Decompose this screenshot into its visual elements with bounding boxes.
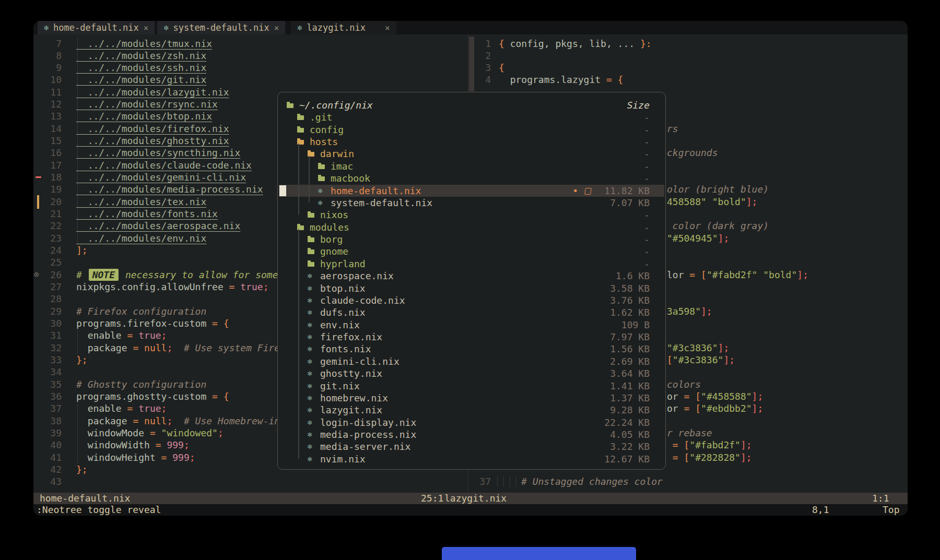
line-text: ../../modules/media-process.nix	[76, 183, 263, 195]
tree-item-name: homebrew.nix	[320, 392, 388, 404]
tree-row-folder[interactable]: gnome-	[279, 245, 664, 257]
git-modified-icon	[584, 188, 592, 195]
file-size: -	[644, 172, 650, 184]
line-number: 24	[33, 244, 62, 256]
file-size: 4.05 KB	[610, 428, 650, 440]
tree-row-file[interactable]: ✻home-default.nix•11.82 KB	[279, 185, 664, 197]
tree-row-file[interactable]: ✻nvim.nix12.67 KB	[279, 453, 664, 465]
line-text: ../../modules/firefox.nix	[76, 123, 229, 135]
file-size: -	[644, 124, 650, 136]
tree-row-file[interactable]: ✻media-server.nix3.22 KB	[279, 440, 664, 452]
tree-row-folder[interactable]: config-	[279, 124, 664, 136]
line-text: ../../modules/fonts.nix	[76, 208, 218, 220]
file-size: 1.37 KB	[610, 392, 650, 404]
tree-item-name: lazygit.nix	[320, 404, 382, 416]
line-text: programs.ghostty-custom = {	[76, 390, 229, 402]
code-fragment: olor (bright blue)	[667, 183, 769, 195]
close-icon[interactable]: ×	[144, 23, 149, 33]
tab-lazygit[interactable]: ✻ lazygit.nix ×	[291, 21, 396, 34]
tree-row-folder[interactable]: darwin-	[279, 148, 664, 160]
code-fragment: = ["#282828"];	[667, 451, 752, 463]
tree-row-file[interactable]: ✻firefox.nix7.97 KB	[279, 331, 664, 343]
tree-row-file[interactable]: ✻dufs.nix1.62 KB	[279, 306, 664, 318]
tree-row-file[interactable]: ✻login-display.nix22.24 KB	[279, 416, 664, 428]
tree-guide	[309, 156, 310, 202]
line-text: ../../modules/btop.nix	[76, 110, 212, 122]
line-number: 34	[33, 366, 62, 378]
desktop: ✻ home-default.nix × ✻ system-default.ni…	[0, 0, 940, 560]
tree-row-file[interactable]: ✻env.nix109 B	[279, 319, 664, 331]
tab-system-default[interactable]: ✻ system-default.nix ×	[157, 21, 285, 34]
tree-row-folder[interactable]: borg-	[279, 233, 664, 245]
tree-row-file[interactable]: ✻ghostty.nix3.64 KB	[279, 367, 664, 379]
size-column-header: Size	[627, 99, 650, 111]
tree-row-file[interactable]: ✻gemini-cli.nix2.69 KB	[279, 355, 664, 367]
close-icon[interactable]: ×	[385, 23, 390, 33]
nix-file-icon: ✻	[308, 306, 312, 318]
tree-row-folder[interactable]: nixos-	[279, 209, 664, 221]
tree-row-file[interactable]: ✻git.nix1.41 KB	[279, 380, 664, 392]
tree-row-folder[interactable]: macbook-	[279, 172, 664, 184]
close-icon[interactable]: ×	[274, 23, 279, 33]
file-size: 1.62 KB	[610, 306, 650, 318]
code-line[interactable]: 37# Unstagged changes color	[33, 475, 908, 487]
tree-row-folder[interactable]: imac-	[279, 160, 664, 172]
nix-snowflake-icon: ✻	[297, 23, 302, 32]
tree-row-folder[interactable]: .git-	[279, 111, 664, 123]
command-line[interactable]: :Neotree toggle reveal 8,1 Top	[33, 504, 908, 516]
indent-guide	[503, 476, 504, 487]
file-size: -	[644, 136, 650, 148]
tree-row-file[interactable]: ✻media-process.nix4.05 KB	[279, 428, 664, 440]
git-unstaged-dot-icon: •	[572, 185, 578, 197]
tree-row-file[interactable]: ✻homebrew.nix1.37 KB	[279, 392, 664, 404]
code-line[interactable]: 2	[33, 50, 908, 62]
file-size: 3.22 KB	[610, 440, 650, 452]
nix-file-icon: ✻	[318, 197, 322, 209]
tree-item-name: imac	[331, 160, 353, 172]
code-fragment: rs	[667, 123, 678, 135]
tree-row-folder[interactable]: hosts-	[279, 136, 664, 148]
tab-home-default[interactable]: ✻ home-default.nix ×	[38, 21, 155, 34]
code-line[interactable]: 3{	[33, 62, 908, 74]
buffer-tabbar: ✻ home-default.nix × ✻ system-default.ni…	[33, 21, 908, 34]
tree-row-file[interactable]: ✻claude-code.nix3.76 KB	[279, 294, 664, 306]
line-number: 41	[33, 451, 62, 463]
code-fragment: "#3c3836"];	[667, 342, 729, 354]
code-fragment: "#504945"];	[667, 232, 729, 244]
file-size: -	[644, 160, 650, 172]
line-text: ../../modules/tex.nix	[76, 196, 206, 208]
tree-row-file[interactable]: ✻fonts.nix1.56 KB	[279, 343, 664, 355]
file-size: -	[644, 148, 650, 160]
tree-row-file[interactable]: ✻aerospace.nix1.6 KB	[279, 270, 664, 282]
todo-sign-icon: ⊙	[34, 270, 42, 279]
code-fragment: or = ["#ebdbb2"];	[667, 402, 763, 414]
tab-label: system-default.nix	[173, 22, 269, 33]
line-text: package = null; # Use system Firefox	[76, 342, 297, 354]
tree-item-name: firefox.nix	[320, 331, 382, 343]
tree-guide	[298, 229, 299, 459]
line-number: 25	[33, 256, 62, 268]
statusline-right-position: 1:1	[872, 493, 889, 504]
file-size: 1.6 KB	[616, 270, 650, 282]
tree-item-name: fonts.nix	[320, 343, 371, 355]
indent-guide	[516, 476, 516, 487]
code-line[interactable]: 4 programs.lazygit = {	[33, 74, 908, 86]
tree-item-name: btop.nix	[320, 282, 366, 294]
line-text: { config, pkgs, lib, ... }:	[499, 38, 652, 50]
code-line[interactable]: 1{ config, pkgs, lib, ... }:	[33, 38, 908, 50]
nix-file-icon: ✻	[308, 404, 312, 416]
tree-row-folder[interactable]: hyprland-	[279, 258, 664, 270]
line-text: ../../modules/gemini-cli.nix	[76, 171, 246, 183]
tree-item-name: system-default.nix	[331, 197, 432, 209]
tree-row-folder[interactable]: modules-	[279, 221, 664, 233]
tree-row-file[interactable]: ✻lazygit.nix9.28 KB	[279, 404, 664, 416]
statusline: home-default.nix 25:1 lazygit.nix 1:1	[33, 493, 908, 504]
nix-file-icon: ✻	[308, 343, 312, 355]
tree-row-file[interactable]: ✻system-default.nix7.07 KB	[279, 197, 664, 209]
line-number: 30	[33, 317, 62, 329]
tree-item-name: claude-code.nix	[320, 294, 405, 306]
folder-icon	[308, 262, 314, 267]
line-text: windowMode = "windowed";	[76, 427, 224, 439]
tree-row-file[interactable]: ✻btop.nix3.58 KB	[279, 282, 664, 294]
line-number: 17	[33, 159, 62, 171]
